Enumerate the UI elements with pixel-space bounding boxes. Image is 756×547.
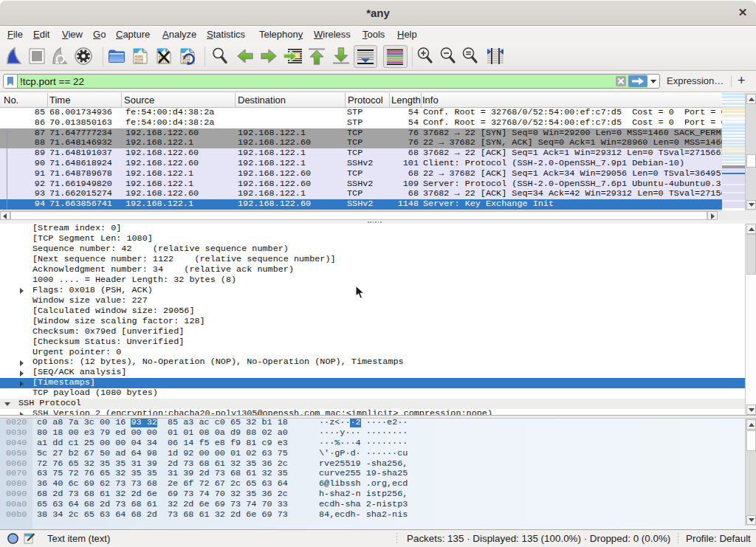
svg-text:0111: 0111 bbox=[135, 61, 143, 64]
